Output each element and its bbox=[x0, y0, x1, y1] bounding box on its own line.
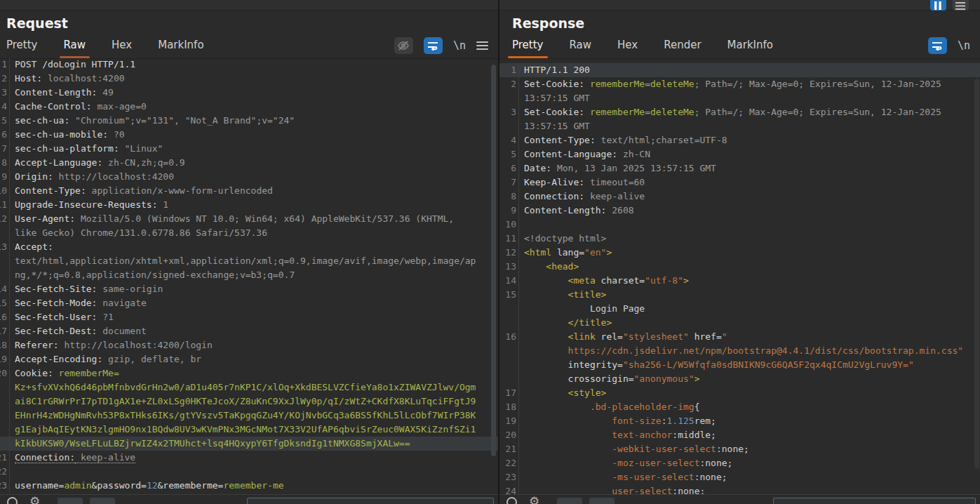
hide-matches-eye-icon[interactable] bbox=[394, 37, 413, 54]
code-line[interactable]: 22 -moz-user-select:none; bbox=[499, 456, 980, 470]
tab-pretty[interactable]: Pretty bbox=[512, 39, 544, 58]
code-line[interactable]: 22 bbox=[0, 465, 498, 479]
settings-gear-icon[interactable]: ⚙ bbox=[529, 496, 539, 504]
code-line[interactable]: 20 text-anchor:middle; bbox=[499, 428, 980, 442]
code-line[interactable]: 11Upgrade-Insecure-Requests: 1 bbox=[0, 198, 498, 212]
code-line[interactable]: 1HTTP/1.1 200 bbox=[499, 63, 980, 77]
code-line[interactable]: 19 font-size:1.125rem; bbox=[499, 414, 980, 428]
request-tabbar: PrettyRawHexMarkInfo \n bbox=[0, 37, 498, 59]
code-line[interactable]: 13Accept: bbox=[0, 240, 498, 254]
newline-chars-icon[interactable]: \n bbox=[453, 39, 466, 52]
search-prev-button[interactable] bbox=[58, 498, 83, 504]
code-line[interactable]: 11<!doctype html> bbox=[499, 232, 980, 246]
code-line[interactable]: text/html,application/xhtml+xml,applicat… bbox=[0, 254, 498, 268]
search-next-button[interactable] bbox=[90, 498, 115, 504]
code-line[interactable]: 19Accept-Encoding: gzip, deflate, br bbox=[0, 352, 498, 366]
code-line[interactable]: 17Sec-Fetch-Dest: document bbox=[0, 324, 498, 338]
code-line[interactable]: 7Keep-Alive: timeout=60 bbox=[499, 175, 980, 190]
code-line[interactable]: 9Origin: http://localhost:4200 bbox=[0, 170, 498, 184]
code-line[interactable]: 21Connection: keep-alive bbox=[0, 451, 498, 465]
code-line[interactable]: 5Content-Language: zh-CN bbox=[499, 147, 980, 161]
response-search-bar: ⚙ bbox=[499, 494, 980, 504]
tab-markinfo[interactable]: MarkInfo bbox=[727, 39, 773, 58]
code-line[interactable]: 7sec-ch-ua-platform: "Linux" bbox=[0, 142, 498, 156]
code-line[interactable]: 13:57:15 GMT bbox=[499, 91, 980, 105]
pause-intercept-button[interactable] bbox=[930, 0, 946, 11]
code-line[interactable]: kIkbUKSW0/WseLFLuLBZjrwIZ4x2TMUhct+lsq4H… bbox=[0, 437, 498, 451]
code-line[interactable]: 14Sec-Fetch-Site: same-origin bbox=[0, 282, 498, 296]
code-line[interactable]: 12User-Agent: Mozilla/5.0 (Windows NT 10… bbox=[0, 212, 498, 226]
search-input[interactable] bbox=[247, 498, 494, 504]
code-line[interactable]: 5sec-ch-ua: "Chromium";v="131", "Not_A B… bbox=[0, 114, 498, 128]
tab-raw[interactable]: Raw bbox=[570, 39, 592, 58]
code-line[interactable]: ng,*/*;q=0.8,application/signed-exchange… bbox=[0, 268, 498, 282]
code-line[interactable]: ai8C1rGRWrPrI7pTD1gAX1e+ZL0xLSg0HKTeJcoX… bbox=[0, 394, 498, 409]
window-menu-button[interactable] bbox=[953, 0, 969, 11]
search-next-button[interactable] bbox=[589, 498, 615, 504]
code-line[interactable]: 15Sec-Fetch-Mode: navigate bbox=[0, 296, 498, 310]
code-line[interactable]: 1POST /doLogin HTTP/1.1 bbox=[0, 58, 498, 72]
code-line[interactable]: 13 <head> bbox=[499, 260, 980, 274]
code-line[interactable]: 16Sec-Fetch-User: ?1 bbox=[0, 310, 498, 324]
code-line[interactable]: 23 -ms-user-select:none; bbox=[499, 470, 980, 484]
code-line[interactable]: EHnrH4zWDHgNmRvh53P8xTHks6IKs/gtYVszv5Ta… bbox=[0, 409, 498, 423]
code-line[interactable]: 6sec-ch-ua-mobile: ?0 bbox=[0, 128, 498, 142]
code-line[interactable]: 21 -webkit-user-select:none; bbox=[499, 442, 980, 456]
search-prev-button[interactable] bbox=[557, 498, 582, 504]
code-line[interactable]: 2Host: localhost:4200 bbox=[0, 72, 498, 86]
code-line[interactable]: 2Set-Cookie: rememberMe=deleteMe; Path=/… bbox=[499, 77, 980, 91]
editor-menu-icon[interactable] bbox=[476, 41, 488, 50]
request-scrollbar[interactable] bbox=[491, 65, 496, 456]
tab-markinfo[interactable]: MarkInfo bbox=[158, 39, 203, 58]
target-circle-icon[interactable] bbox=[7, 497, 18, 504]
newline-chars-icon[interactable]: \n bbox=[958, 39, 970, 52]
code-line[interactable]: 17 <style> bbox=[499, 386, 980, 400]
code-line[interactable]: Login Page bbox=[499, 302, 980, 316]
code-line[interactable]: 3Content-Length: 49 bbox=[0, 86, 498, 100]
code-line[interactable]: https://cdn.jsdelivr.net/npm/bootstrap@4… bbox=[499, 344, 980, 358]
request-tabs: PrettyRawHexMarkInfo bbox=[6, 38, 230, 58]
code-line[interactable]: 10 bbox=[499, 218, 980, 232]
code-line[interactable]: 20Cookie: rememberMe= bbox=[0, 366, 498, 380]
code-line[interactable]: 23username=admin&password=12&rememberme=… bbox=[0, 479, 498, 493]
code-line[interactable]: 13:57:15 GMT bbox=[499, 119, 980, 133]
code-line[interactable]: 15 <title> bbox=[499, 288, 980, 302]
tab-hex[interactable]: Hex bbox=[112, 39, 132, 58]
code-line[interactable]: 18 .bd-placeholder-img{ bbox=[499, 400, 980, 414]
hamburger-icon bbox=[955, 1, 966, 10]
search-input[interactable] bbox=[773, 498, 976, 504]
code-line[interactable]: 12<html lang="en"> bbox=[499, 246, 980, 260]
word-wrap-icon[interactable] bbox=[928, 37, 947, 54]
code-line[interactable]: Kz+sfvXVxhQ6d46pbMfnbvdGrHn2w0/aD1u405r7… bbox=[0, 380, 498, 394]
code-line[interactable]: 8Connection: keep-alive bbox=[499, 190, 980, 204]
tab-raw[interactable]: Raw bbox=[64, 39, 86, 58]
code-line[interactable]: 24 user-select:none; bbox=[499, 484, 980, 494]
word-wrap-icon[interactable] bbox=[424, 37, 443, 54]
code-line[interactable]: 16 <link rel="stylesheet" href=" bbox=[499, 330, 980, 344]
code-line[interactable]: 8Accept-Language: zh-CN,zh;q=0.9 bbox=[0, 156, 498, 170]
code-line[interactable]: 9Content-Length: 2608 bbox=[499, 204, 980, 218]
tab-render[interactable]: Render bbox=[664, 39, 701, 58]
target-circle-icon[interactable] bbox=[506, 497, 517, 504]
code-line[interactable]: g1EajbAqIEytKN3zlgmHO9nx1BQdw8UV3wKVmPNx… bbox=[0, 423, 498, 437]
response-editor[interactable]: 1HTTP/1.1 2002Set-Cookie: rememberMe=del… bbox=[499, 63, 980, 494]
code-line[interactable]: 14 <meta charset="utf-8"> bbox=[499, 274, 980, 288]
code-line[interactable]: 4Content-Type: text/html;charset=UTF-8 bbox=[499, 133, 980, 147]
code-line[interactable]: crossorigin="anonymous"> bbox=[499, 372, 980, 386]
tab-hex[interactable]: Hex bbox=[617, 39, 638, 58]
code-line[interactable]: 4Cache-Control: max-age=0 bbox=[0, 100, 498, 114]
panel-splitter[interactable] bbox=[498, 0, 499, 504]
response-scrollbar[interactable] bbox=[974, 79, 979, 469]
code-line[interactable]: integrity="sha256-L/W5Wfqfa0sdBNIKN9cG6Q… bbox=[499, 358, 980, 372]
code-line[interactable]: 6Date: Mon, 13 Jan 2025 13:57:15 GMT bbox=[499, 161, 980, 175]
code-line[interactable]: 18Referer: http://localhost:4200/login bbox=[0, 338, 498, 352]
request-editor[interactable]: 1POST /doLogin HTTP/1.12Host: localhost:… bbox=[0, 58, 498, 494]
code-line[interactable]: </title> bbox=[499, 316, 980, 330]
settings-gear-icon[interactable]: ⚙ bbox=[29, 496, 40, 504]
request-panel-title: Request bbox=[0, 15, 498, 31]
code-line[interactable]: 10Content-Type: application/x-www-form-u… bbox=[0, 184, 498, 198]
code-line[interactable]: like Gecko) Chrome/131.0.6778.86 Safari/… bbox=[0, 226, 498, 240]
response-panel-title: Response bbox=[499, 15, 980, 31]
code-line[interactable]: 3Set-Cookie: rememberMe=deleteMe; Path=/… bbox=[499, 105, 980, 119]
tab-pretty[interactable]: Pretty bbox=[6, 39, 38, 58]
